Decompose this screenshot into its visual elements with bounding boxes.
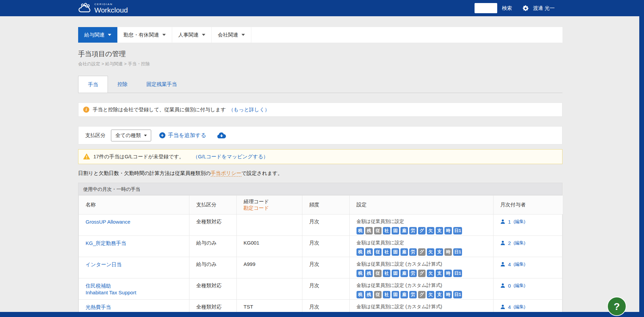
nav-item-label: 人事関連 [178, 32, 199, 38]
edit-link[interactable]: (編集) [513, 304, 525, 310]
nav-item-hr[interactable]: 人事関連 [172, 27, 212, 43]
grantee-count-link[interactable]: 1 [508, 219, 511, 225]
payment-type-cell: 給与のみ [189, 236, 237, 257]
setting-badge: グ [418, 227, 426, 234]
grantees-cell: 4 (編集) [493, 257, 563, 278]
col-header-name: 名称 [79, 196, 189, 214]
workcloud-logo[interactable]: CERIDIAN Workcloud [78, 3, 128, 14]
edit-link[interactable]: (編集) [513, 282, 525, 289]
col-header-grantees: 月次付与者 [493, 196, 563, 214]
nav-item-label: 会社関連 [218, 32, 238, 38]
setting-badge: 固 [392, 270, 399, 277]
allowance-name-link[interactable]: インターン日当 [86, 261, 189, 268]
tab-fixed-overtime[interactable]: 固定残業手当 [137, 76, 186, 93]
search-button[interactable]: 検索 [502, 5, 512, 12]
setting-badge: 欠 [427, 227, 434, 234]
setting-badge: 残 [365, 291, 373, 298]
search-input[interactable] [475, 3, 497, 13]
nav-item-label: 給与関連 [84, 32, 105, 38]
table-section-title: 使用中の月次・一時の手当 [78, 183, 562, 195]
account-code-link[interactable]: 勘定コード [244, 205, 302, 211]
setting-badge: 欠 [427, 248, 434, 256]
setting-badge: 支 [436, 291, 443, 298]
setting-text: 金額は従業員別に設定 (カスタム計算式) [356, 282, 442, 288]
tab-allowance[interactable]: 手当 [78, 76, 108, 93]
grantee-count-link[interactable]: 0 [508, 283, 511, 289]
allowance-name: KG_所定勤務手当 [86, 240, 126, 246]
setting-badge: 雇 [400, 291, 408, 298]
gl-code-mapping-link[interactable]: （G/Lコードをマッピングする） [193, 154, 268, 160]
nav-item-attendance[interactable]: 勤怠・有休関連 [117, 27, 172, 43]
more-details-link[interactable]: （もっと詳しく） [229, 107, 270, 113]
tab-deduction[interactable]: 控除 [108, 76, 137, 93]
brand-name: Workcloud [94, 6, 128, 14]
setting-text: 金額は従業員別に設定 (カスタム計算式) [356, 304, 442, 309]
setting-badge: 固 [392, 291, 399, 298]
grantee-count-link[interactable]: 2 [508, 240, 511, 246]
payment-type-cell: 全種類対応 [189, 278, 237, 300]
settings-cell: 金額は従業員別に設定 (カスタム計算式) 税残従社固雇労グ欠支時日1 [350, 278, 493, 300]
setting-badge: 労 [409, 291, 417, 298]
table-row: インターン日当 給与のみ A999 月次 金額は従業員別に設定 (カスタム計算式… [79, 257, 563, 278]
setting-badge: 時 [444, 248, 452, 256]
category-nav: 給与関連 勤怠・有休関連 人事関連 会社関連 [78, 27, 562, 43]
top-header: CERIDIAN Workcloud 検索 渡邊 光一 [0, 0, 644, 16]
person-icon [500, 283, 505, 288]
chevron-down-icon [144, 135, 147, 136]
warning-banner: 17件の手当はG/Lコードが未登録です。 （G/Lコードをマッピングする） [78, 149, 562, 164]
edit-link[interactable]: (編集) [513, 261, 525, 267]
setting-badges: 税残従社固雇労グ欠支時日1 [356, 227, 493, 234]
frequency-cell: 月次 [302, 278, 350, 300]
setting-badge: 時 [444, 291, 452, 298]
nav-item-label: 勤怠・有休関連 [123, 32, 159, 38]
col-header-payment: 支払区分 [189, 196, 237, 214]
cloud-download-icon[interactable] [217, 132, 226, 139]
allowance-name-link[interactable]: KG_所定勤務手当 [86, 240, 189, 247]
person-icon [500, 240, 505, 246]
setting-text: 金額は従業員別に設定 (カスタム計算式) [356, 261, 442, 267]
user-menu[interactable]: 渡邊 光一 [533, 5, 555, 12]
setting-badges: 税残従社固雇労グ欠支時日1 [356, 248, 493, 256]
table-header-row: 名称 支払区分 経理コード 勘定コード 頻度 設定 月次付与者 [79, 196, 563, 214]
setting-badge: 従 [374, 291, 382, 298]
info-banner-text: 手当と控除は会社で登録して、従業員に個別に付与します [93, 107, 226, 113]
frequency-cell: 月次 [302, 214, 350, 236]
grantee-count-link[interactable]: 4 [508, 304, 511, 310]
code-cell: A999 [237, 257, 302, 278]
tab-bar: 手当 控除 固定残業手当 [78, 76, 562, 93]
col-header-settings: 設定 [350, 196, 493, 214]
settings-cell: 金額は従業員別に設定 税残従社固雇労グ欠支時日1 [350, 214, 493, 236]
setting-badge: 支 [436, 227, 443, 234]
frequency-cell: 月次 [302, 236, 350, 257]
chevron-down-icon [202, 34, 205, 36]
settings-cell: 金額は従業員別に設定 (カスタム計算式) 税残従社固雇労グ欠支時日1 [350, 257, 493, 278]
allowance-name-link[interactable]: 住民税補助 Inhabitant Tax Support [86, 282, 189, 296]
add-allowance-button[interactable]: + 手当を追加する [159, 132, 206, 139]
chevron-down-icon [162, 34, 166, 36]
table-row: KG_所定勤務手当 給与のみ KG001 月次 金額は従業員別に設定 税残従社固… [79, 236, 563, 257]
warning-icon [83, 154, 90, 160]
setting-badge: グ [418, 270, 426, 277]
edit-link[interactable]: (編集) [513, 219, 525, 225]
payment-type-dropdown[interactable]: 全ての種類 [111, 130, 151, 141]
code-cell [237, 214, 302, 236]
col-header-code: 経理コード 勘定コード [237, 196, 302, 214]
setting-badge: 従 [374, 227, 382, 234]
allowance-name-link[interactable]: GrossUP Allowance [86, 219, 189, 225]
grantee-count-link[interactable]: 4 [508, 262, 511, 267]
edit-link[interactable]: (編集) [513, 240, 525, 246]
allowance-policy-link[interactable]: 手当ポリシー [211, 170, 242, 177]
setting-badge: 雇 [400, 227, 408, 234]
payment-type-cell: 給与のみ [189, 257, 237, 278]
setting-badge: 日1 [453, 227, 462, 234]
setting-badge: 従 [374, 248, 382, 256]
gear-icon[interactable] [522, 5, 529, 12]
help-button[interactable]: ? [607, 297, 626, 316]
cloud-people-icon [78, 3, 92, 14]
setting-badge: グ [418, 291, 426, 298]
nav-item-payroll[interactable]: 給与関連 [78, 27, 117, 43]
setting-badge: 社 [383, 227, 390, 234]
nav-item-company[interactable]: 会社関連 [212, 27, 251, 43]
plus-icon: + [159, 132, 165, 138]
brand-tagline: CERIDIAN [94, 3, 128, 6]
